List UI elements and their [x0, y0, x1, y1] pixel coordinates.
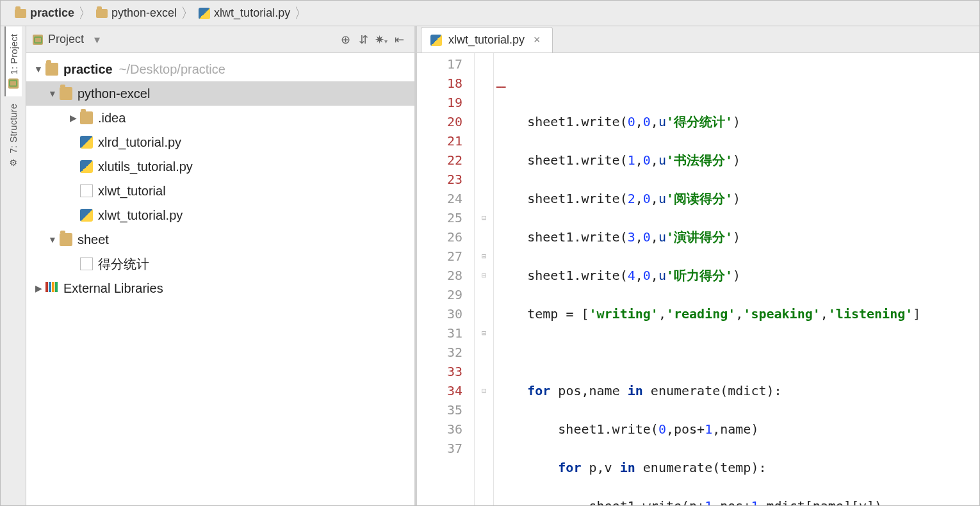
code-editor[interactable]: 1718192021222324252627282930313233343536…	[417, 53, 979, 505]
tree-label: practice	[63, 57, 113, 81]
file-icon	[80, 184, 93, 197]
folder-icon	[60, 233, 72, 246]
main-split: 1: Project ⚙ 7: Structure Project ▾ ⊕ ⇵ …	[1, 26, 979, 505]
line-number[interactable]: 36	[417, 420, 462, 439]
line-number[interactable]: 37	[417, 439, 462, 458]
panel-title-label: Project	[48, 33, 84, 46]
tree-file-sheetfile[interactable]: 得分统计	[26, 252, 414, 276]
tree-label: xlwt_tutorial	[98, 179, 166, 203]
expand-arrow-icon[interactable]: ▶	[31, 280, 45, 297]
fold-spacer	[475, 112, 493, 131]
fold-spacer	[475, 400, 493, 420]
line-number[interactable]: 24	[417, 189, 462, 208]
fold-spacer	[475, 131, 493, 151]
ide-window: practice 〉 python-excel 〉 xlwt_tutorial.…	[0, 0, 980, 506]
tree-external-libraries[interactable]: ▶ External Libraries	[26, 276, 414, 300]
line-number[interactable]: 30	[417, 304, 462, 323]
file-icon	[80, 257, 93, 270]
line-number[interactable]: 20	[417, 112, 462, 131]
tree-path-hint: ~/Desktop/practice	[119, 57, 225, 81]
breadcrumb-file[interactable]: xlwt_tutorial.py	[192, 4, 297, 22]
editor-tab-bar: xlwt_tutorial.py ×	[417, 26, 979, 53]
line-number[interactable]: 26	[417, 227, 462, 247]
tree-folder-sheet[interactable]: ▼ sheet	[26, 227, 414, 252]
libraries-icon	[45, 282, 58, 295]
collapse-all-button[interactable]: ⇵	[354, 33, 372, 47]
tool-tab-project[interactable]: 1: Project	[4, 26, 22, 96]
breadcrumb-python-excel[interactable]: python-excel	[90, 4, 183, 22]
fold-column[interactable]: ⊟⊟⊟⊟⊟	[475, 53, 494, 505]
tool-tab-label: 7: Structure	[8, 104, 19, 154]
close-tab-button[interactable]: ×	[531, 33, 543, 47]
project-icon	[33, 35, 43, 45]
tree-label: xlutils_tutorial.py	[98, 154, 193, 179]
tree-label: xlwt_tutorial.py	[98, 203, 183, 227]
fold-spacer	[475, 54, 493, 74]
expand-arrow-icon[interactable]: ▶	[66, 110, 80, 127]
line-number-gutter[interactable]: 1718192021222324252627282930313233343536…	[417, 53, 475, 505]
tree-folder-python-excel[interactable]: ▼ python-excel	[26, 81, 414, 106]
tree-file-xlwt-py[interactable]: xlwt_tutorial.py	[26, 203, 414, 227]
expand-arrow-icon[interactable]: ▼	[45, 85, 60, 102]
python-file-icon	[80, 160, 93, 173]
line-number[interactable]: 33	[417, 362, 462, 381]
line-number[interactable]: 35	[417, 400, 462, 420]
line-number[interactable]: 22	[417, 151, 462, 170]
line-number[interactable]: 31	[417, 323, 462, 343]
line-number[interactable]: 32	[417, 343, 462, 362]
line-number[interactable]: 34	[417, 381, 462, 400]
project-view-selector[interactable]: Project ▾	[33, 33, 100, 47]
tree-label: External Libraries	[63, 276, 163, 300]
fold-spacer	[475, 151, 493, 170]
breadcrumb-label: practice	[30, 6, 74, 20]
editor-tab-label: xlwt_tutorial.py	[448, 33, 525, 47]
line-number[interactable]: 23	[417, 170, 462, 189]
line-number[interactable]: 25	[417, 208, 462, 227]
line-number[interactable]: 28	[417, 266, 462, 285]
chevron-right-icon: 〉	[294, 4, 308, 23]
tree-file-xlutils[interactable]: xlutils_tutorial.py	[26, 154, 414, 179]
fold-toggle-icon[interactable]: ⊟	[475, 247, 493, 266]
chevron-down-icon: ▾	[94, 33, 100, 47]
python-file-icon	[80, 209, 93, 222]
fold-toggle-icon[interactable]: ⊟	[475, 323, 493, 343]
line-number[interactable]: 21	[417, 131, 462, 151]
settings-button[interactable]: ✷▾	[372, 33, 390, 47]
fold-spacer	[475, 227, 493, 247]
python-file-icon	[80, 136, 93, 149]
project-icon	[9, 78, 19, 88]
breadcrumb-label: xlwt_tutorial.py	[214, 6, 290, 20]
tree-file-xlwt-txt[interactable]: xlwt_tutorial	[26, 179, 414, 203]
folder-icon	[15, 9, 26, 18]
expand-arrow-icon[interactable]: ▼	[31, 61, 45, 78]
scroll-from-source-button[interactable]: ⊕	[336, 33, 354, 47]
fold-toggle-icon[interactable]: ⊟	[475, 266, 493, 285]
hide-panel-button[interactable]: ⇤	[390, 33, 408, 47]
editor-tab-xlwt[interactable]: xlwt_tutorial.py ×	[421, 27, 553, 53]
line-number[interactable]: 19	[417, 93, 462, 112]
expand-arrow-icon[interactable]: ▼	[45, 231, 60, 249]
line-number[interactable]: 29	[417, 285, 462, 304]
tree-label: sheet	[78, 227, 109, 252]
line-number[interactable]: 18	[417, 74, 462, 93]
fold-spacer	[475, 343, 493, 362]
code-content[interactable]: ▁▁ sheet1.write(0,0,u'得分统计') sheet1.writ…	[494, 53, 979, 505]
fold-toggle-icon[interactable]: ⊟	[475, 208, 493, 227]
breadcrumb-practice[interactable]: practice	[8, 4, 81, 22]
tree-folder-idea[interactable]: ▶ .idea	[26, 106, 414, 130]
tree-label: xlrd_tutorial.py	[98, 130, 181, 154]
fold-toggle-icon[interactable]: ⊟	[475, 381, 493, 400]
tree-file-xlrd[interactable]: xlrd_tutorial.py	[26, 130, 414, 154]
folder-icon	[60, 87, 72, 100]
breadcrumb-label: python-excel	[111, 6, 177, 20]
breadcrumb: practice 〉 python-excel 〉 xlwt_tutorial.…	[1, 1, 979, 26]
project-tree[interactable]: ▼ practice ~/Desktop/practice ▼ python-e…	[26, 53, 414, 304]
line-number[interactable]: 17	[417, 54, 462, 74]
tool-tab-structure[interactable]: ⚙ 7: Structure	[5, 96, 21, 175]
line-number[interactable]: 27	[417, 247, 462, 266]
editor-area: xlwt_tutorial.py × 171819202122232425262…	[417, 26, 979, 505]
tree-label: python-excel	[78, 81, 150, 106]
project-panel: Project ▾ ⊕ ⇵ ✷▾ ⇤ ▼ practice ~/Desktop/…	[26, 26, 417, 505]
folder-icon	[45, 63, 58, 76]
tree-root-practice[interactable]: ▼ practice ~/Desktop/practice	[26, 57, 414, 81]
